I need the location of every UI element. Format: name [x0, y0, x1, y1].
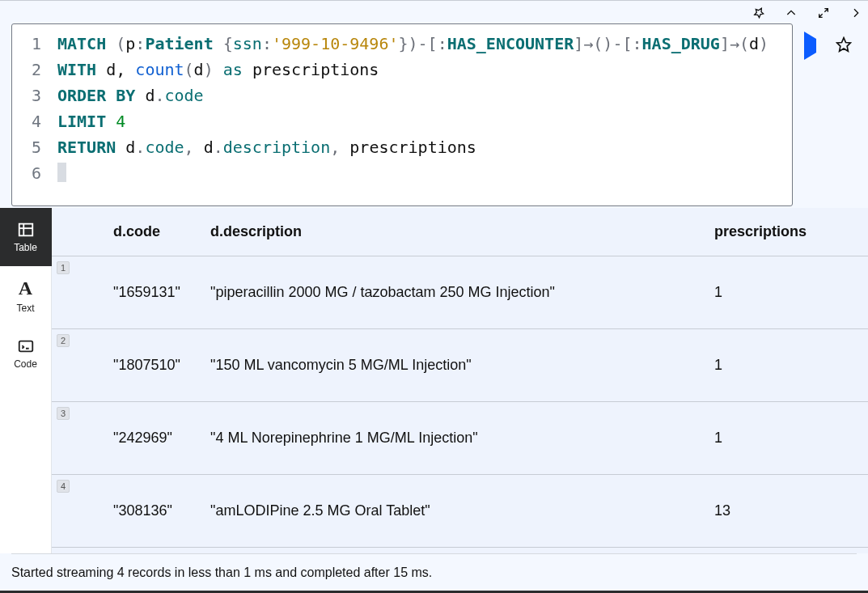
line-number: 3	[12, 83, 41, 108]
code-line[interactable]: ORDER BY d.code	[57, 83, 785, 108]
view-table[interactable]: Table	[0, 208, 52, 266]
chevron-up-icon[interactable]	[784, 6, 798, 20]
code-line[interactable]: RETURN d.code, d.description, prescripti…	[57, 134, 785, 160]
table-row[interactable]: 4"308136""amLODIPine 2.5 MG Oral Tablet"…	[52, 475, 868, 548]
table-row[interactable]: 2"1807510""150 ML vancomycin 5 MG/ML Inj…	[52, 329, 868, 402]
svg-rect-4	[19, 341, 32, 352]
play-icon[interactable]	[804, 39, 816, 53]
code-line[interactable]: MATCH (p:Patient {ssn:'999-10-9496'})-[:…	[57, 31, 785, 57]
pin-icon[interactable]	[752, 6, 766, 20]
query-editor[interactable]: 123456 MATCH (p:Patient {ssn:'999-10-949…	[11, 23, 793, 206]
cell-prescriptions: 1	[714, 430, 868, 447]
line-number: 2	[12, 57, 41, 83]
code-line[interactable]	[57, 160, 785, 186]
cell-prescriptions: 13	[714, 502, 868, 519]
view-code[interactable]: Code	[0, 324, 52, 383]
line-number: 6	[12, 160, 41, 186]
table-row[interactable]: 3"242969""4 ML Norepinephrine 1 MG/ML In…	[52, 402, 868, 475]
cell-description: "amLODIPine 2.5 MG Oral Tablet"	[210, 502, 714, 519]
line-number: 4	[12, 108, 41, 134]
col-header-description: d.description	[210, 223, 714, 240]
row-index: 2	[57, 334, 70, 347]
star-icon[interactable]	[836, 36, 852, 56]
table-row[interactable]: 1"1659131""piperacillin 2000 MG / tazoba…	[52, 256, 868, 329]
view-rail: TableATextCode	[0, 208, 52, 553]
line-number: 5	[12, 134, 41, 160]
cell-code: "1659131"	[73, 284, 210, 301]
col-header-code: d.code	[73, 223, 210, 240]
cell-code: "242969"	[73, 430, 210, 447]
cell-code: "308136"	[73, 502, 210, 519]
cell-description: "piperacillin 2000 MG / tazobactam 250 M…	[210, 284, 714, 301]
cell-code: "1807510"	[73, 357, 210, 374]
table-header: d.code d.description prescriptions	[52, 208, 868, 256]
view-text[interactable]: AText	[0, 266, 52, 324]
chevron-right-icon[interactable]	[849, 6, 863, 20]
view-label: Text	[16, 303, 34, 314]
status-bar: Started streaming 4 records in less than…	[11, 553, 857, 591]
view-label: Code	[14, 358, 37, 370]
row-index: 1	[57, 261, 70, 274]
row-index: 4	[57, 480, 70, 493]
results-table: d.code d.description prescriptions 1"165…	[52, 208, 868, 553]
code-line[interactable]: LIMIT 4	[57, 108, 785, 134]
cell-description: "4 ML Norepinephrine 1 MG/ML Injection"	[210, 430, 714, 447]
col-header-prescriptions: prescriptions	[714, 223, 868, 240]
code-line[interactable]: WITH d, count(d) as prescriptions	[57, 57, 785, 83]
cell-prescriptions: 1	[714, 357, 868, 374]
cell-description: "150 ML vancomycin 5 MG/ML Injection"	[210, 357, 714, 374]
view-label: Table	[14, 242, 37, 253]
expand-icon[interactable]	[816, 6, 831, 20]
svg-marker-0	[837, 38, 851, 52]
row-index: 3	[57, 407, 70, 420]
line-number: 1	[12, 31, 41, 57]
svg-rect-1	[19, 224, 32, 236]
cursor	[57, 163, 66, 182]
cell-prescriptions: 1	[714, 284, 868, 301]
